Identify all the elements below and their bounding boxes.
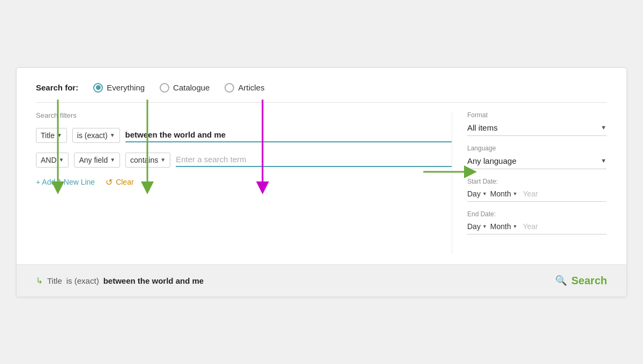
language-select[interactable]: Any language ▼ [467,154,607,169]
clear-label: Clear [116,178,133,186]
format-field: Format All items ▼ [467,111,607,136]
action-row: + Add A New Line ↺ Clear [36,177,452,187]
operator-select-1-value: is (exact) [77,131,108,140]
radio-articles[interactable]: Articles [225,83,264,93]
filters-section: Search filters Title ▼ is (exact) ▼ [36,111,452,254]
radio-articles-label: Articles [238,83,264,92]
format-select-value: All items [467,123,498,132]
field-select-2-value: Any field [79,156,108,164]
format-select-arrow: ▼ [601,124,607,131]
main-area: Search filters Title ▼ is (exact) ▼ [36,111,607,254]
end-date-row: Day ▼ Month ▼ Year [467,220,607,234]
right-sidebar: Format All items ▼ Language Any language [452,111,607,254]
add-line-button[interactable]: + Add A New Line [36,178,95,186]
end-date-label: End Date: [467,210,607,218]
radio-everything-label: Everything [107,83,145,92]
search-icon: 🔍 [555,275,567,286]
filter-row-2: AND ▼ Any field ▼ contains ▼ [36,153,452,168]
summary-arrow-icon: ↳ [36,276,43,286]
language-field: Language Any language ▼ [467,145,607,169]
start-year-value: Year [523,189,538,198]
search-button-label: Search [571,275,607,287]
operator-select-2[interactable]: contains ▼ [125,153,170,168]
summary-field: Title [47,276,62,285]
field-select-1[interactable]: Title ▼ [36,128,67,143]
start-date-row: Day ▼ Month ▼ Year [467,187,607,202]
operator-select-2-arrow: ▼ [160,157,166,163]
field-select-1-value: Title [41,131,55,140]
end-day-arrow: ▼ [482,224,487,229]
search-for-row: Search for: Everything Catalogue Article… [36,83,607,93]
end-month-value: Month [490,222,511,231]
radio-everything[interactable]: Everything [93,83,145,93]
start-day-value: Day [467,189,481,198]
summary-operator: is (exact) [66,276,99,285]
summary-query: between the world and me [103,276,204,285]
connector-select-arrow: ▼ [59,157,64,163]
radio-articles-circle [225,83,234,93]
search-button[interactable]: 🔍 Search [555,275,607,287]
clear-button[interactable]: ↺ Clear [106,177,133,187]
operator-select-1-arrow: ▼ [110,132,115,138]
language-label: Language [467,145,607,152]
format-label: Format [467,111,607,119]
radio-catalogue-label: Catalogue [173,83,210,92]
radio-catalogue-circle [160,83,169,93]
start-date-label: Start Date: [467,178,607,185]
connector-select[interactable]: AND ▼ [36,153,69,168]
field-select-1-arrow: ▼ [57,132,62,138]
start-month-select[interactable]: Month ▼ [490,189,518,198]
query-input-1[interactable] [125,128,452,142]
operator-select-1[interactable]: is (exact) ▼ [72,128,120,143]
language-select-value: Any language [467,156,517,165]
end-day-select[interactable]: Day ▼ [467,222,487,231]
end-day-value: Day [467,222,481,231]
end-year-value: Year [523,222,538,231]
connector-select-value: AND [41,156,57,164]
field-select-2-arrow: ▼ [110,157,115,163]
start-date-field: Start Date: Day ▼ Month ▼ Yea [467,178,607,202]
language-select-arrow: ▼ [601,157,607,164]
start-month-value: Month [490,189,511,198]
radio-catalogue[interactable]: Catalogue [160,83,210,93]
search-for-label: Search for: [36,83,78,92]
start-day-select[interactable]: Day ▼ [467,189,487,198]
operator-select-2-value: contains [130,156,158,164]
field-select-2[interactable]: Any field ▼ [74,153,120,168]
radio-everything-circle [93,83,103,93]
format-select[interactable]: All items ▼ [467,121,607,136]
start-day-arrow: ▼ [482,191,487,196]
filters-title: Search filters [36,111,452,119]
filter-row-1: Title ▼ is (exact) ▼ [36,128,452,143]
divider [36,102,607,103]
bottom-summary: ↳ Title is (exact) between the world and… [36,276,204,286]
query-input-2[interactable] [176,153,452,167]
bottom-bar: ↳ Title is (exact) between the world and… [17,264,626,297]
end-date-field: End Date: Day ▼ Month ▼ Year [467,210,607,234]
end-month-select[interactable]: Month ▼ [490,222,518,231]
start-month-arrow: ▼ [513,191,518,196]
end-month-arrow: ▼ [513,224,518,229]
clear-icon: ↺ [106,177,113,187]
